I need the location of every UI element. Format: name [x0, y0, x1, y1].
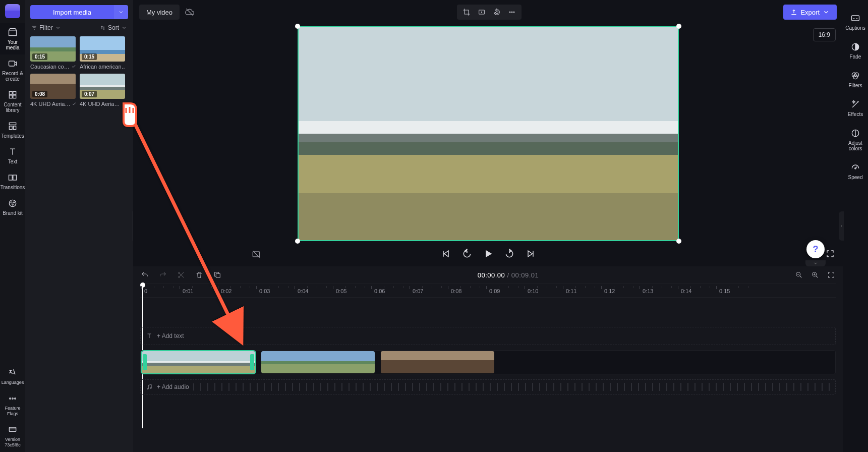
next-clip-button[interactable]: [525, 248, 536, 259]
svg-point-30: [150, 387, 151, 388]
crop-button[interactable]: [462, 8, 471, 17]
timeline-ruler[interactable]: 00:010:020:030:040:050:060:070:080:090:1…: [140, 284, 836, 298]
svg-point-16: [15, 398, 16, 400]
media-thumb[interactable]: 0:15: [30, 36, 76, 62]
audio-waveform-placeholder: [193, 383, 830, 391]
prev-clip-button[interactable]: [440, 248, 451, 259]
nav-feature-flags[interactable]: Feature Flags: [0, 389, 25, 421]
filter-button[interactable]: Filter: [31, 24, 61, 31]
split-button[interactable]: [177, 270, 186, 279]
rotate-button[interactable]: [492, 8, 501, 17]
prop-filters[interactable]: Filters: [843, 66, 868, 93]
svg-point-20: [509, 12, 510, 13]
media-duration: 0:15: [82, 53, 97, 60]
stage: My video Export 16:9 ?: [133, 0, 843, 452]
zoom-in-button[interactable]: [811, 270, 820, 279]
add-text-track[interactable]: + Add text: [140, 327, 836, 345]
media-item[interactable]: 0:15 African american…: [80, 36, 125, 70]
duplicate-button[interactable]: [213, 270, 222, 279]
import-media-button[interactable]: Import media: [30, 5, 114, 19]
nav-content-library[interactable]: Content library: [0, 86, 25, 117]
sort-label: Sort: [108, 24, 119, 31]
nav-templates[interactable]: Templates: [0, 117, 25, 143]
cloud-status-icon: [185, 7, 195, 17]
nav-brand-kit[interactable]: Brand kit: [0, 194, 25, 220]
nav-text[interactable]: Text: [0, 143, 25, 168]
nav-label-record: Record & create: [1, 71, 24, 82]
video-track[interactable]: [140, 350, 836, 374]
ruler-tick: 0: [144, 288, 147, 294]
nav-your-media[interactable]: Your media: [0, 23, 25, 54]
project-title-chip[interactable]: My video: [139, 5, 180, 20]
svg-rect-2: [13, 91, 16, 94]
media-thumb[interactable]: 0:07: [80, 74, 125, 99]
fit-button[interactable]: [477, 8, 486, 17]
undo-button[interactable]: [140, 270, 149, 279]
prop-adjust-colors[interactable]: Adjust colors: [843, 123, 868, 156]
delete-button[interactable]: [195, 270, 204, 279]
more-button[interactable]: [507, 8, 516, 17]
watermark-icon[interactable]: [251, 249, 261, 259]
timecode: 00:00.00 / 00:09.01: [231, 271, 785, 279]
redo-button[interactable]: [158, 270, 167, 279]
prop-effects[interactable]: Effects: [843, 94, 868, 122]
nav-transitions[interactable]: Transitions: [0, 168, 25, 194]
ruler-tick: 0:01: [183, 288, 193, 294]
export-button[interactable]: Export: [783, 5, 837, 20]
svg-rect-8: [9, 175, 13, 180]
collapse-preview-button[interactable]: [805, 260, 826, 266]
ruler-tick: 0:02: [221, 288, 232, 294]
media-thumb[interactable]: 0:08: [30, 74, 76, 99]
media-thumb[interactable]: 0:15: [80, 36, 125, 62]
video-clip-1[interactable]: [142, 351, 255, 373]
resize-handle-bl[interactable]: [295, 239, 300, 244]
ruler-tick: 0:03: [259, 288, 270, 294]
prop-speed[interactable]: Speed: [843, 157, 868, 185]
media-item[interactable]: 0:08 4K UHD Aeria…: [30, 74, 76, 107]
project-title: My video: [146, 9, 172, 16]
prop-captions[interactable]: Captions: [843, 8, 868, 36]
nav-languages[interactable]: Languages: [0, 364, 25, 389]
nav-version[interactable]: Version 73c5f8c: [0, 421, 25, 452]
fullscreen-button[interactable]: [826, 249, 836, 259]
help-button[interactable]: ?: [806, 240, 825, 258]
timeline: 00:00.00 / 00:09.01 00:010:020:030:040:0…: [133, 266, 843, 452]
timeline-tracks: + Add text + Add audio: [140, 327, 836, 394]
filter-label: Filter: [39, 24, 53, 31]
media-item[interactable]: 0:07 4K UHD Aeria…: [80, 74, 125, 107]
skip-back-button[interactable]: [461, 248, 473, 259]
media-panel: Import media Filter Sort 0:15 Caucasian …: [25, 0, 133, 452]
resize-handle-br[interactable]: [676, 239, 681, 244]
nav-label-flags: Feature Flags: [1, 406, 24, 417]
aspect-ratio-label: 16:9: [819, 31, 830, 38]
skip-forward-button[interactable]: [504, 248, 515, 259]
ruler-tick: 0:07: [413, 288, 423, 294]
zoom-out-button[interactable]: [794, 270, 803, 279]
app-logo[interactable]: [5, 4, 20, 18]
video-clip-2[interactable]: [261, 351, 375, 373]
prop-fade[interactable]: Fade: [843, 37, 868, 65]
media-duration: 0:08: [32, 91, 47, 97]
video-preview[interactable]: [298, 26, 679, 241]
svg-rect-5: [9, 123, 16, 125]
svg-rect-31: [852, 16, 859, 21]
nav-label-templates: Templates: [1, 133, 24, 139]
sort-button[interactable]: Sort: [100, 24, 127, 31]
nav-label-transitions: Transitions: [1, 185, 25, 190]
svg-rect-18: [479, 10, 484, 14]
video-clip-3[interactable]: [381, 351, 494, 373]
import-media-dropdown[interactable]: [114, 5, 128, 19]
left-rail: Your media Record & create Content libra…: [0, 0, 25, 452]
check-icon: [72, 101, 76, 106]
nav-record[interactable]: Record & create: [0, 54, 25, 86]
add-audio-track[interactable]: + Add audio: [140, 379, 836, 394]
zoom-fit-button[interactable]: [827, 270, 836, 279]
media-item[interactable]: 0:15 Caucasian co…: [30, 36, 76, 70]
resize-handle-tl[interactable]: [295, 24, 300, 29]
stage-toolbar: My video Export: [133, 0, 843, 24]
play-button[interactable]: [483, 248, 494, 259]
prop-label-filters: Filters: [848, 83, 862, 88]
right-panel-expand-button[interactable]: [839, 211, 844, 241]
resize-handle-tr[interactable]: [676, 24, 681, 29]
aspect-ratio-button[interactable]: 16:9: [813, 28, 836, 41]
